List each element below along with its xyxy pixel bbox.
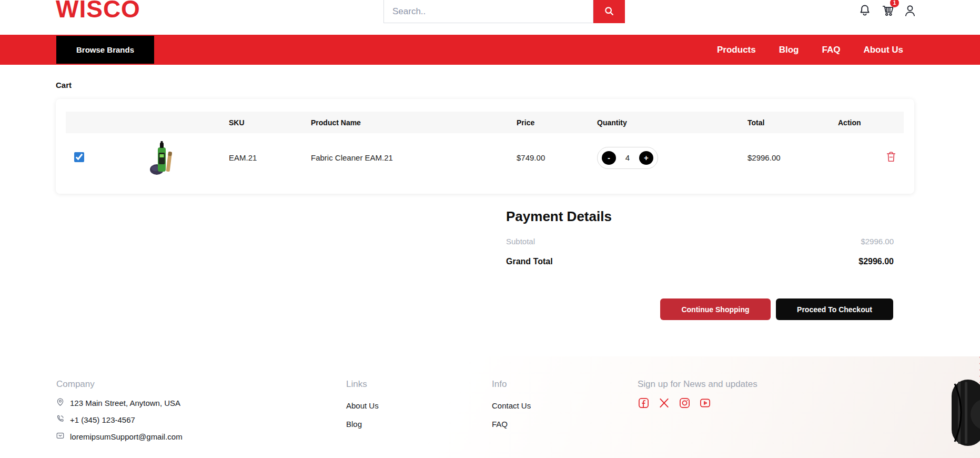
- wisco-logo[interactable]: WISCO: [56, 0, 140, 21]
- item-sku: EAM.21: [229, 153, 311, 162]
- page-title: Cart: [56, 81, 72, 89]
- quantity-stepper: - 4 +: [597, 147, 658, 169]
- grand-total-value: $2996.00: [858, 257, 894, 266]
- col-header-product-name: Product Name: [311, 118, 517, 127]
- col-header-quantity: Quantity: [597, 118, 747, 127]
- youtube-icon[interactable]: [699, 397, 711, 409]
- facebook-icon[interactable]: [638, 397, 650, 409]
- trash-icon: [885, 157, 897, 165]
- footer-address: 123 Main Street, Anytown, USA: [56, 397, 180, 408]
- grand-total-row: Grand Total $2996.00: [506, 257, 894, 266]
- top-header: WISCO 1: [0, 0, 980, 35]
- row-checkbox[interactable]: [74, 152, 84, 162]
- nav-link-about-us[interactable]: About Us: [863, 45, 903, 55]
- footer-link-about-us[interactable]: About Us: [346, 401, 379, 410]
- footer-links-heading: Links: [346, 379, 367, 390]
- social-icons: [638, 397, 711, 409]
- item-price: $749.00: [517, 153, 597, 162]
- footer-info-heading: Info: [492, 379, 507, 390]
- phone-icon: [56, 414, 65, 425]
- cart-count-badge: 1: [890, 0, 899, 7]
- nav-link-faq[interactable]: FAQ: [822, 45, 841, 55]
- subtotal-row: Subtotal $2996.00: [506, 237, 894, 246]
- footer-phone[interactable]: +1 (345) 123-4567: [56, 414, 135, 425]
- grand-total-label: Grand Total: [506, 257, 553, 266]
- nav-link-products[interactable]: Products: [717, 45, 756, 55]
- footer-address-text: 123 Main Street, Anytown, USA: [70, 399, 180, 407]
- location-pin-icon: [56, 397, 65, 408]
- nav-link-blog[interactable]: Blog: [779, 45, 799, 55]
- payment-details-title: Payment Details: [506, 208, 612, 225]
- continue-shopping-button[interactable]: Continue Shopping: [660, 298, 771, 320]
- notifications-bell-icon[interactable]: [858, 4, 872, 17]
- col-header-action: Action: [838, 118, 904, 127]
- footer: Company 123 Main Street, Anytown, USA +1…: [0, 356, 980, 458]
- item-name: Fabric Cleaner EAM.21: [311, 153, 517, 162]
- instagram-icon[interactable]: [679, 397, 691, 409]
- main-navbar: Browse Brands Products Blog FAQ About Us: [0, 35, 980, 65]
- footer-link-contact-us[interactable]: Contact Us: [492, 401, 531, 410]
- nav-links: Products Blog FAQ About Us: [717, 35, 903, 65]
- col-header-sku: SKU: [229, 118, 311, 127]
- footer-link-faq[interactable]: FAQ: [492, 420, 508, 429]
- subtotal-label: Subtotal: [506, 237, 535, 246]
- x-twitter-icon[interactable]: [658, 397, 670, 409]
- footer-company-heading: Company: [56, 379, 95, 390]
- col-header-total: Total: [747, 118, 838, 127]
- col-header-price: Price: [517, 118, 597, 127]
- search-input[interactable]: [383, 0, 593, 23]
- product-image: [97, 140, 229, 176]
- tire-suspension-image: [947, 352, 980, 439]
- footer-email[interactable]: loremipsumSupport@gmail.com: [56, 431, 183, 442]
- user-account-icon[interactable]: [903, 4, 917, 17]
- footer-link-blog[interactable]: Blog: [346, 420, 362, 429]
- footer-phone-text: +1 (345) 123-4567: [70, 415, 135, 424]
- item-total: $2996.00: [747, 153, 838, 162]
- browse-brands-button[interactable]: Browse Brands: [56, 36, 154, 64]
- subtotal-value: $2996.00: [861, 237, 894, 246]
- search-button[interactable]: [593, 0, 625, 23]
- cart-item-row: EAM.21 Fabric Cleaner EAM.21 $749.00 - 4…: [66, 133, 904, 182]
- search-icon: [603, 5, 615, 18]
- proceed-to-checkout-button[interactable]: Proceed To Checkout: [776, 298, 893, 320]
- quantity-decrease-button[interactable]: -: [602, 151, 616, 165]
- footer-newsletter-heading: Sign up for News and updates: [638, 379, 757, 390]
- quantity-increase-button[interactable]: +: [639, 151, 653, 165]
- cart-card: SKU Product Name Price Quantity Total Ac…: [56, 99, 914, 194]
- footer-email-text: loremipsumSupport@gmail.com: [70, 432, 183, 441]
- quantity-value: 4: [625, 153, 630, 162]
- email-icon: [56, 431, 65, 442]
- delete-item-button[interactable]: [885, 151, 897, 163]
- cart-table-header: SKU Product Name Price Quantity Total Ac…: [66, 112, 904, 133]
